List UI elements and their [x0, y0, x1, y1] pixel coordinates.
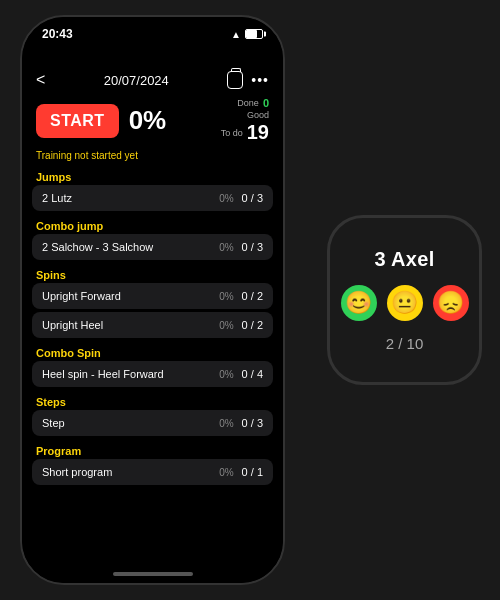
- phone-screen: 20:43 ▲ < 20/07/2024 •••: [22, 17, 283, 583]
- item-count: 0 / 3: [242, 241, 263, 253]
- item-percent: 0%: [219, 369, 233, 380]
- start-button[interactable]: START: [36, 104, 119, 138]
- watch: 3 Axel 😊 😐 😞 2 / 10: [327, 215, 482, 385]
- item-name: 2 Salchow - 3 Salchow: [42, 241, 219, 253]
- item-name: Step: [42, 417, 219, 429]
- emoji-good-icon: 😊: [345, 290, 372, 316]
- back-button[interactable]: <: [36, 71, 45, 89]
- list-item[interactable]: Upright Forward0%0 / 2: [32, 283, 273, 309]
- good-row: Good: [247, 110, 269, 120]
- item-count: 0 / 4: [242, 368, 263, 380]
- list-item[interactable]: Upright Heel0%0 / 2: [32, 312, 273, 338]
- item-name: Upright Heel: [42, 319, 219, 331]
- item-percent: 0%: [219, 418, 233, 429]
- todo-row: To do 19: [221, 121, 269, 144]
- emoji-good[interactable]: 😊: [341, 285, 377, 321]
- nav-title: 20/07/2024: [104, 73, 169, 88]
- list-item[interactable]: 2 Salchow - 3 Salchow0%0 / 3: [32, 234, 273, 260]
- list-item[interactable]: 2 Lutz0%0 / 3: [32, 185, 273, 211]
- training-status: Training not started yet: [22, 148, 283, 165]
- percent-display: 0%: [129, 105, 167, 136]
- item-name: Heel spin - Heel Forward: [42, 368, 219, 380]
- section-header: Spins: [32, 263, 273, 283]
- list-item[interactable]: Step0%0 / 3: [32, 410, 273, 436]
- item-count: 0 / 2: [242, 319, 263, 331]
- phone: 20:43 ▲ < 20/07/2024 •••: [20, 15, 285, 585]
- emoji-ok-icon: 😐: [391, 290, 418, 316]
- list-item[interactable]: Short program0%0 / 1: [32, 459, 273, 485]
- status-bar: 20:43 ▲: [22, 17, 283, 45]
- watch-count: 2 / 10: [386, 335, 424, 352]
- more-button[interactable]: •••: [251, 72, 269, 88]
- todo-label: To do: [221, 128, 243, 138]
- item-percent: 0%: [219, 467, 233, 478]
- item-percent: 0%: [219, 193, 233, 204]
- home-bar: [113, 572, 193, 576]
- done-value: 0: [263, 97, 269, 109]
- watch-emojis: 😊 😐 😞: [341, 285, 469, 321]
- watch-title: 3 Axel: [375, 248, 435, 271]
- section-header: Program: [32, 439, 273, 459]
- status-icons: ▲: [231, 29, 263, 40]
- notch: [113, 45, 193, 67]
- emoji-bad[interactable]: 😞: [433, 285, 469, 321]
- done-row: Done 0: [237, 97, 269, 109]
- scene: 20:43 ▲ < 20/07/2024 •••: [0, 0, 500, 600]
- item-percent: 0%: [219, 242, 233, 253]
- section-header: Combo Spin: [32, 341, 273, 361]
- status-time: 20:43: [42, 27, 73, 41]
- item-count: 0 / 1: [242, 466, 263, 478]
- good-label: Good: [247, 110, 269, 120]
- emoji-bad-icon: 😞: [437, 290, 464, 316]
- section-header: Jumps: [32, 165, 273, 185]
- item-count: 0 / 2: [242, 290, 263, 302]
- done-label: Done: [237, 98, 259, 108]
- home-indicator: [22, 565, 283, 583]
- nav-icons: •••: [227, 71, 269, 89]
- wifi-icon: ▲: [231, 29, 241, 40]
- list-item[interactable]: Heel spin - Heel Forward0%0 / 4: [32, 361, 273, 387]
- stats-right: Done 0 Good To do 19: [221, 97, 269, 144]
- item-percent: 0%: [219, 291, 233, 302]
- section-header: Steps: [32, 390, 273, 410]
- item-percent: 0%: [219, 320, 233, 331]
- watch-icon[interactable]: [227, 71, 243, 89]
- item-name: 2 Lutz: [42, 192, 219, 204]
- emoji-ok[interactable]: 😐: [387, 285, 423, 321]
- action-row: START 0% Done 0 Good To do 19: [22, 93, 283, 148]
- todo-value: 19: [247, 121, 269, 144]
- item-count: 0 / 3: [242, 417, 263, 429]
- exercise-list: Jumps2 Lutz0%0 / 3Combo jump2 Salchow - …: [22, 165, 283, 565]
- section-header: Combo jump: [32, 214, 273, 234]
- item-name: Short program: [42, 466, 219, 478]
- battery-icon: [245, 29, 263, 39]
- item-name: Upright Forward: [42, 290, 219, 302]
- item-count: 0 / 3: [242, 192, 263, 204]
- nav-bar: < 20/07/2024 •••: [22, 67, 283, 93]
